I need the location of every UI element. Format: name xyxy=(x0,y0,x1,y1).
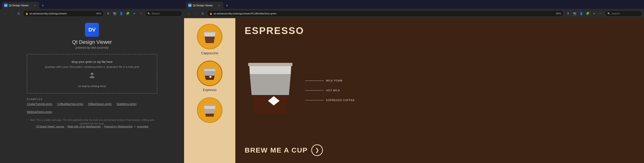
right-download-icon[interactable]: ⬇ xyxy=(565,11,571,16)
left-url-text: qt-webassembly.io/designviewer/ xyxy=(30,12,95,15)
footer-separator-2: | xyxy=(102,125,103,128)
right-refresh-button[interactable]: ↻ xyxy=(200,11,206,16)
cappuccino-name: Cappuccino xyxy=(201,51,218,55)
drop-zone-main-text: drop your qmlrc or zip file here xyxy=(72,60,112,64)
examples-label: EXAMPLES xyxy=(27,98,157,100)
svg-rect-1 xyxy=(90,78,94,78)
right-url-text: qt-webassembly.io/designviewer/#CoffeeMa… xyxy=(214,12,555,15)
coffee-menu-panel: Cappuccino xyxy=(184,18,235,163)
footer-link-sources[interactable]: "Qt Design Viewer" sources xyxy=(36,125,64,128)
drop-zone[interactable]: drop your qmlrc or zip file here (packag… xyxy=(27,54,157,94)
cup-label-hot-milk: HOT MILK xyxy=(305,89,355,92)
examples-section: EXAMPLES ClusterTutorial.qmlrc CoffeeMac… xyxy=(27,98,157,114)
left-tab-close[interactable]: × xyxy=(33,4,37,7)
right-search-icon: 🔍 xyxy=(608,12,610,15)
cappuccino-circle xyxy=(197,24,222,49)
espresso-title: ESPRESSO xyxy=(245,25,635,36)
left-browser-window: DV Qt Design Viewer × + ‹ › ↻ 🔒 qt-webas… xyxy=(0,0,184,163)
brew-button[interactable]: BREW ME A CUP ❯ xyxy=(245,144,635,156)
right-main-content: Cappuccino xyxy=(184,18,644,163)
footer-links: "Qt Design Viewer" sources | Made with: … xyxy=(36,125,148,128)
left-vpn-icon[interactable]: ● xyxy=(132,11,137,16)
right-toolbar-icons: ⬇ 📷 👤 🧩 ● ⋯ xyxy=(565,11,604,16)
right-new-tab-button[interactable]: + xyxy=(224,2,230,9)
example-link-coffee[interactable]: CoffeeMachine.qmlrc xyxy=(57,102,84,106)
footer-link-webassembly[interactable]: Powered by: WebAssembly xyxy=(104,125,132,128)
coffee-item-third[interactable] xyxy=(184,96,235,125)
right-vpn-icon[interactable]: ● xyxy=(591,11,597,16)
left-main-content: DV Qt Design Viewer powered by web assem… xyxy=(0,18,184,163)
left-search-placeholder: Search xyxy=(152,12,160,15)
left-refresh-button[interactable]: ↻ xyxy=(16,11,22,16)
example-link-sidemenu[interactable]: SideMenu.qmlrc xyxy=(116,102,137,106)
left-menu-icon[interactable]: ⋯ xyxy=(138,11,144,16)
cup-label-espresso-coffee: ESPRESSO COFFEE xyxy=(305,99,355,102)
espresso-coffee-label: ESPRESSO COFFEE xyxy=(326,99,355,102)
cup-labels: MILK FOAM HOT MILK ESPRESSO COFFEE xyxy=(305,79,355,102)
left-zoom-level: 90% xyxy=(96,12,101,15)
drop-zone-link[interactable]: (or load by clicking here) xyxy=(78,85,106,88)
left-screenshot-icon[interactable]: 📷 xyxy=(112,11,118,16)
example-link-ebike[interactable]: EBikeDesign.qmlrc xyxy=(88,102,112,106)
left-toolbar-icons: ⬇ 📷 👤 🧩 ● ⋯ xyxy=(105,11,144,16)
left-download-icon[interactable]: ⬇ xyxy=(105,11,111,16)
right-tab-close[interactable]: × xyxy=(217,4,221,7)
brew-button-text: BREW ME A CUP xyxy=(245,146,308,154)
right-back-button[interactable]: ‹ xyxy=(186,11,192,16)
svg-rect-5 xyxy=(204,31,216,32)
left-tab-title: Qt Design Viewer xyxy=(9,4,32,7)
svg-marker-3 xyxy=(204,32,216,36)
third-circle xyxy=(197,97,222,123)
left-address-bar[interactable]: 🔒 qt-webassembly.io/designviewer/ 90% xyxy=(23,10,104,17)
milk-foam-line xyxy=(305,80,324,81)
espresso-circle xyxy=(197,60,222,86)
right-menu-icon[interactable]: ⋯ xyxy=(598,11,604,16)
large-cup-diagram xyxy=(245,58,296,123)
coffee-item-cappuccino[interactable]: Cappuccino xyxy=(184,22,235,57)
footer-link-qt[interactable]: Made with: Qt for WebAssembly xyxy=(68,125,101,128)
example-link-cluster[interactable]: ClusterTutorial.qmlrc xyxy=(27,102,52,106)
right-forward-button[interactable]: › xyxy=(193,11,198,16)
left-tab-favicon: DV xyxy=(4,4,8,7)
right-lock-icon: 🔒 xyxy=(210,12,212,15)
espresso-detail-panel: ESPRESSO xyxy=(235,18,644,163)
svg-marker-20 xyxy=(252,95,289,114)
example-link-webinar[interactable]: WebinarDemo.qmlrc xyxy=(27,110,52,114)
svg-marker-14 xyxy=(204,109,215,114)
svg-rect-0 xyxy=(90,76,94,77)
footer-separator-1: | xyxy=(66,125,66,128)
left-search-box[interactable]: 🔍 Search xyxy=(145,10,182,16)
right-tab-favicon: DV xyxy=(188,4,192,7)
right-address-bar[interactable]: 🔒 qt-webassembly.io/designviewer/#Coffee… xyxy=(207,10,564,17)
left-tab-bar: DV Qt Design Viewer × + xyxy=(0,0,184,9)
dv-logo: DV xyxy=(85,23,99,37)
left-new-tab-button[interactable]: + xyxy=(40,2,46,9)
footer-note: Note: This is a static web page. The Qml… xyxy=(27,118,157,125)
footer-link-emscripten[interactable]: emscripten xyxy=(137,125,148,128)
right-screenshot-icon[interactable]: 📷 xyxy=(572,11,577,16)
right-extensions-icon[interactable]: 🧩 xyxy=(585,11,590,16)
svg-marker-8 xyxy=(204,71,215,76)
right-search-box[interactable]: 🔍 Search xyxy=(605,10,642,16)
right-zoom-level: 80% xyxy=(556,12,561,15)
left-forward-button[interactable]: › xyxy=(9,11,14,16)
left-toolbar: ‹ › ↻ 🔒 qt-webassembly.io/designviewer/ … xyxy=(0,9,184,18)
right-profile-icon[interactable]: 👤 xyxy=(578,11,584,16)
upload-icon xyxy=(88,72,96,82)
right-search-placeholder: Search xyxy=(612,12,620,15)
coffee-item-espresso[interactable]: Espresso xyxy=(184,59,235,94)
brew-arrow-circle: ❯ xyxy=(311,144,323,156)
svg-marker-19 xyxy=(250,74,291,95)
left-back-button[interactable]: ‹ xyxy=(2,11,8,16)
svg-marker-4 xyxy=(204,36,215,43)
right-active-tab[interactable]: DV Qt Design Viewer × xyxy=(186,2,223,9)
left-active-tab[interactable]: DV Qt Design Viewer × xyxy=(2,2,39,9)
app-subtitle: powered by web assembly xyxy=(76,46,108,49)
drop-zone-sub-text: (package with a pure Qml project, contai… xyxy=(45,66,139,68)
left-extensions-icon[interactable]: 🧩 xyxy=(125,11,130,16)
right-toolbar: ‹ › ↻ 🔒 qt-webassembly.io/designviewer/#… xyxy=(184,9,644,18)
svg-marker-13 xyxy=(204,106,216,109)
right-browser-window: DV Qt Design Viewer × + ‹ › ↻ 🔒 qt-webas… xyxy=(184,0,644,163)
left-profile-icon[interactable]: 👤 xyxy=(118,11,124,16)
svg-marker-15 xyxy=(205,114,214,117)
